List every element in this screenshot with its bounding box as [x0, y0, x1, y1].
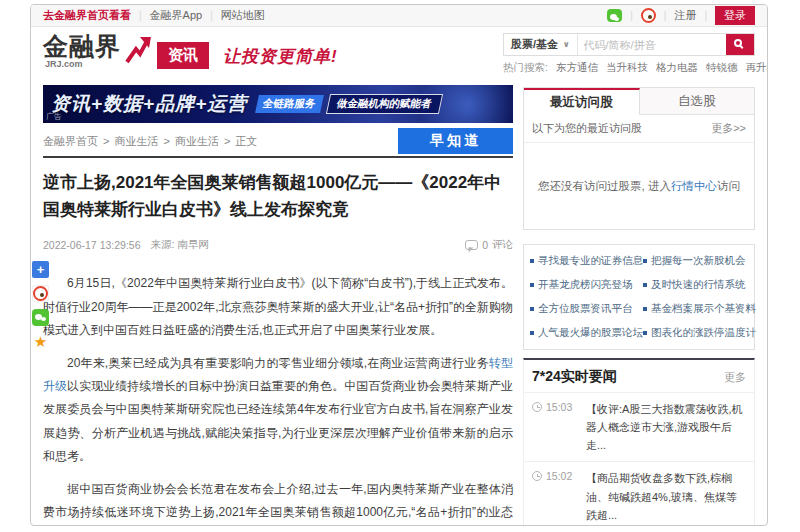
ad-banner[interactable]: 资讯+数据+品牌+运营 全链路服务 做金融机构的赋能者 广告	[43, 85, 513, 123]
comment-bubble-icon	[465, 240, 478, 250]
paragraph: 20年来,奥莱已经成为具有重要影响力的零售业细分领域,在商业运营商进行业务转型升…	[43, 352, 513, 469]
search-category-label: 股票/基金	[511, 37, 558, 52]
wechat-icon[interactable]	[607, 9, 622, 22]
divider: |	[210, 10, 213, 21]
market-center-link[interactable]: 行情中心	[671, 179, 717, 194]
divider: |	[664, 10, 667, 21]
search-input[interactable]	[578, 34, 726, 55]
quick-link[interactable]: 全方位股票资讯平台	[530, 302, 643, 316]
paragraph: 据中国百货商业协会会长范君在发布会上介绍,过去一年,国内奥特莱斯产业在整体消费市…	[43, 478, 513, 527]
comments-label: 评论	[492, 238, 513, 252]
breadcrumb-section[interactable]: 商业生活	[175, 134, 219, 149]
quick-link[interactable]: 把握每一次新股机会	[643, 254, 756, 268]
top-bar: 去金融界首页看看 | 金融界App | 网站地图 | | 注册 | 登录	[31, 5, 767, 27]
empty-state: 您还没有访问过股票, 进入行情中心访问	[524, 143, 754, 229]
login-button[interactable]: 登录	[715, 6, 755, 25]
quick-link-label: 寻找最专业的证券信息	[538, 254, 643, 268]
bullet-icon	[643, 259, 647, 263]
article-title: 逆市上扬,2021年全国奥莱销售额超1000亿元——《2022年中国奥特莱斯行业…	[43, 169, 513, 223]
divider: |	[630, 10, 633, 21]
main-area: 资讯+数据+品牌+运营 全链路服务 做金融机构的赋能者 广告 金融界首页 > 商…	[31, 83, 767, 526]
news-time: 15:03	[546, 401, 572, 413]
go-home-link[interactable]: 去金融界首页看看	[43, 8, 131, 23]
bullet-icon	[643, 307, 647, 311]
news-item[interactable]: 15:02 【商品期货收盘多数下跌,棕榈油、纯碱跌超4%,玻璃、焦煤等跌超...	[524, 461, 754, 526]
divider: |	[139, 10, 142, 21]
quick-link[interactable]: 人气最火爆的股票论坛	[530, 326, 643, 340]
hot-search-link[interactable]: 特锐德	[706, 61, 738, 75]
quick-links-widget: 寻找最专业的证券信息 把握每一次新股机会 开基龙虎榜闪亮登场 及时快速的行情系统…	[523, 244, 755, 350]
stock-widget: 最近访问股 自选股 以下为您的最近访问股 更多>> 您还没有访问过股票, 进入行…	[523, 87, 755, 230]
search-category-select[interactable]: 股票/基金 ∨	[504, 34, 578, 55]
divider: |	[704, 10, 707, 21]
quick-link[interactable]: 及时快速的行情系统	[643, 278, 756, 292]
sitemap-link[interactable]: 网站地图	[221, 8, 265, 23]
bullet-icon	[530, 331, 534, 335]
search-button[interactable]	[726, 34, 754, 55]
paragraph-text: 以实现业绩持续增长的目标中扮演日益重要的角色。中国百货商业协会奥特莱斯产业发展委…	[43, 379, 513, 463]
quick-link[interactable]: 图表化的涨跌停温度计	[643, 326, 756, 340]
tab-watchlist[interactable]: 自选股	[640, 88, 755, 115]
app-link[interactable]: 金融界App	[150, 8, 203, 23]
quick-link[interactable]: 开基龙虎榜闪亮登场	[530, 278, 643, 292]
news-item[interactable]: 15:03 【收评:A股三大指数震荡收跌,机器人概念逆市大涨,游戏股午后走...	[524, 392, 754, 461]
breadcrumb-channel[interactable]: 商业生活	[114, 134, 158, 149]
breadcrumb-current: 正文	[235, 134, 257, 149]
live-news-more-link[interactable]: 更多	[724, 370, 746, 385]
page-frame: 去金融界首页看看 | 金融界App | 网站地图 | | 注册 | 登录 金融界…	[30, 4, 768, 526]
register-link[interactable]: 注册	[674, 8, 696, 23]
hot-search-link[interactable]: 当升科技	[606, 61, 648, 75]
tab-recent-stocks[interactable]: 最近访问股	[524, 88, 640, 115]
weibo-icon[interactable]	[641, 8, 656, 23]
quick-link[interactable]: 寻找最专业的证券信息	[530, 254, 643, 268]
quick-link-label: 把握每一次新股机会	[651, 254, 746, 268]
article-column: 资讯+数据+品牌+运营 全链路服务 做金融机构的赋能者 广告 金融界首页 > 商…	[43, 85, 513, 526]
site-header: 金融界 JRJ.com 资讯 让投资更简单! 股票/基金 ∨ 热门搜索:	[31, 27, 767, 83]
empty-text: 您还没有访问过股票, 进入	[538, 179, 671, 194]
ad-badge: 全链路服务	[255, 95, 323, 113]
live-news-widget: 7*24实时要闻 更多 15:03 【收评:A股三大指数震荡收跌,机器人概念逆市…	[523, 358, 755, 526]
source-name: 南早网	[177, 238, 209, 250]
chevron-down-icon: ∨	[563, 40, 570, 49]
channel-badge[interactable]: 资讯	[157, 42, 209, 69]
quick-link-label: 图表化的涨跌停温度计	[651, 326, 756, 340]
jrj-logo[interactable]: 金融界 JRJ.com	[43, 33, 147, 69]
more-stocks-link[interactable]: 更多>>	[711, 121, 746, 136]
clock-icon	[532, 402, 542, 412]
favorite-star-icon[interactable]: ★	[32, 333, 49, 350]
hot-search-link[interactable]: 格力电器	[656, 61, 698, 75]
hot-search-link[interactable]: 再升科技	[745, 61, 768, 75]
divider-line	[43, 156, 513, 158]
comments-link[interactable]: 0 评论	[465, 238, 513, 252]
news-time: 15:02	[546, 470, 572, 482]
breadcrumb-separator: >	[103, 135, 109, 147]
weibo-share-icon[interactable]	[32, 285, 49, 302]
comments-count: 0	[482, 239, 488, 251]
share-plus-icon[interactable]: +	[32, 261, 49, 278]
zaozhidao-button[interactable]: 早知道	[398, 128, 513, 154]
quick-link-label: 全方位股票资讯平台	[538, 302, 633, 316]
quick-link[interactable]: 基金档案展示个基资料	[643, 302, 756, 316]
publish-date: 2022-06-17 13:29:56	[43, 239, 141, 251]
quick-link-label: 人气最火爆的股票论坛	[538, 326, 643, 340]
hot-search-link[interactable]: 东方通信	[556, 61, 598, 75]
news-text: 【收评:A股三大指数震荡收跌,机器人概念逆市大涨,游戏股午后走...	[586, 400, 746, 454]
ad-tagline: 做金融机构的赋能者	[326, 94, 443, 114]
clock-icon	[532, 471, 542, 481]
bullet-icon	[530, 283, 534, 287]
search-icon	[734, 39, 742, 47]
sidebar: 最近访问股 自选股 以下为您的最近访问股 更多>> 您还没有访问过股票, 进入行…	[523, 85, 755, 526]
quick-link-label: 开基龙虎榜闪亮登场	[538, 278, 633, 292]
bullet-icon	[643, 331, 647, 335]
recent-stocks-header: 以下为您的最近访问股	[532, 121, 642, 136]
source-label: 来源:	[151, 238, 175, 250]
ad-headline: 资讯+数据+品牌+运营	[51, 91, 247, 117]
breadcrumb-separator: >	[224, 135, 230, 147]
news-text: 【商品期货收盘多数下跌,棕榈油、纯碱跌超4%,玻璃、焦煤等跌超...	[586, 469, 746, 523]
wechat-share-icon[interactable]	[32, 309, 49, 326]
breadcrumb-home[interactable]: 金融界首页	[43, 134, 98, 149]
paragraph-text: 20年来,奥莱已经成为具有重要影响力的零售业细分领域,在商业运营商进行业务	[67, 356, 489, 370]
article-meta: 2022-06-17 13:29:56 来源: 南早网 0 评论	[43, 238, 513, 252]
share-rail: + ★	[32, 261, 50, 350]
breadcrumb: 金融界首页 > 商业生活 > 商业生活 > 正文	[43, 134, 257, 149]
